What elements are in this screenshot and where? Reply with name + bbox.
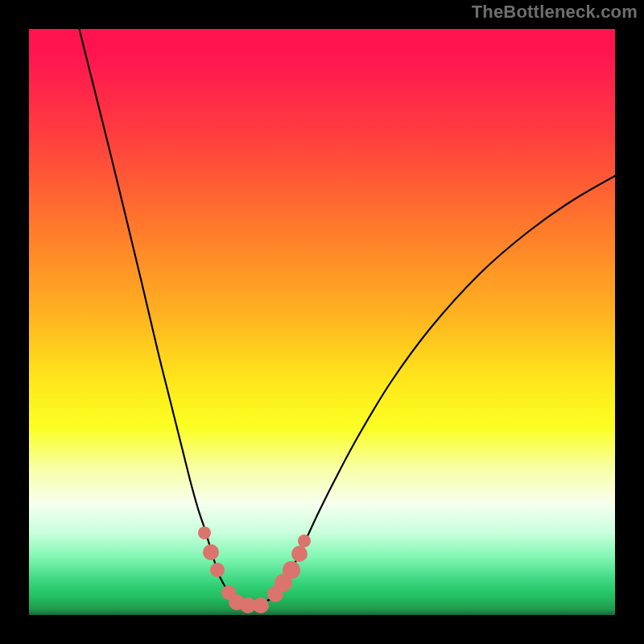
bottom-marker bbox=[210, 563, 225, 577]
right-bottleneck-curve bbox=[254, 163, 639, 605]
curve-layer bbox=[29, 29, 615, 615]
bottom-marker bbox=[203, 544, 219, 560]
watermark-text: TheBottleneck.com bbox=[472, 2, 638, 23]
bottom-marker bbox=[291, 546, 308, 562]
bottom-marker bbox=[283, 561, 300, 579]
bottom-marker bbox=[253, 597, 269, 613]
bottom-marker bbox=[298, 535, 311, 547]
bottom-marker-group bbox=[198, 526, 311, 613]
left-bottleneck-curve bbox=[77, 21, 254, 605]
plot-area bbox=[29, 29, 615, 615]
chart-frame: TheBottleneck.com bbox=[0, 0, 644, 644]
bottom-marker bbox=[198, 526, 211, 539]
